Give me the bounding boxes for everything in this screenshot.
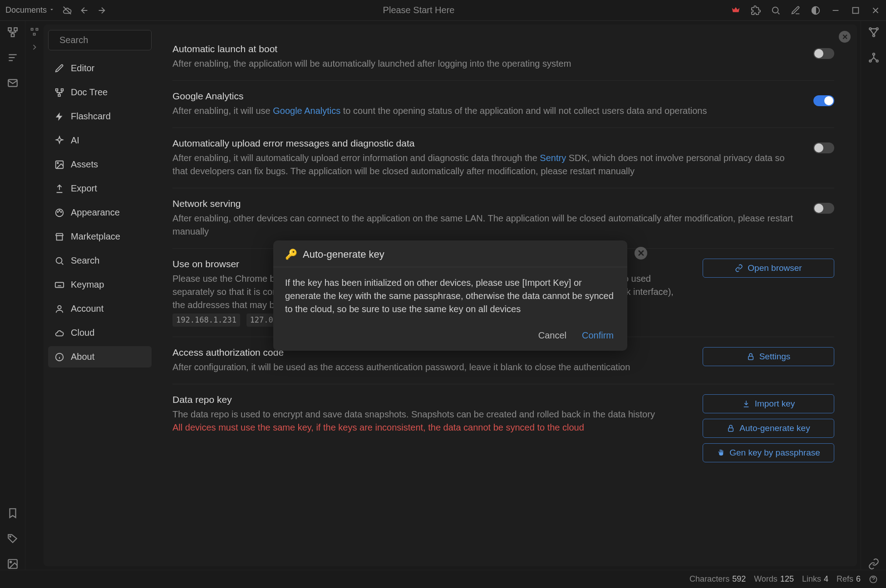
setting-title: Automatically upload error messages and … [172, 138, 795, 149]
close-icon[interactable] [871, 5, 881, 15]
sentry-link[interactable]: Sentry [540, 153, 566, 163]
setting-network-serving: Network serving After enabling, other de… [172, 188, 834, 249]
modal-body: If the key has been initialized on other… [273, 267, 627, 325]
info-icon [54, 352, 64, 362]
gen-key-passphrase-button[interactable]: Gen key by passphrase [703, 443, 834, 462]
sidebar-item-search[interactable]: Search [48, 250, 152, 271]
maximize-icon[interactable] [851, 5, 861, 15]
sidebar-item-label: Doc Tree [71, 87, 108, 98]
ga-toggle[interactable] [813, 95, 834, 106]
google-analytics-link[interactable]: Google Analytics [273, 106, 340, 116]
status-words: Words 125 [754, 574, 794, 584]
sidebar-item-label: AI [71, 135, 79, 146]
cloud-icon [54, 328, 64, 338]
keyboard-icon [54, 280, 64, 290]
crown-icon[interactable] [731, 5, 741, 15]
svg-rect-22 [61, 88, 64, 91]
svg-rect-21 [56, 88, 58, 91]
svg-point-25 [57, 162, 59, 163]
sidebar-item-doctree[interactable]: Doc Tree [48, 82, 152, 103]
svg-rect-18 [36, 29, 38, 30]
svg-point-14 [10, 536, 10, 537]
settings-panel: ✕ Editor Doc Tree Flashcard AI Assets Ex… [44, 24, 857, 566]
open-browser-button[interactable]: Open browser [703, 259, 834, 278]
confirm-button[interactable]: Confirm [582, 330, 614, 341]
extension-icon[interactable] [751, 5, 761, 15]
cloud-off-icon[interactable] [62, 5, 72, 15]
import-key-button[interactable]: Import key [703, 394, 834, 413]
bookmark-icon[interactable] [7, 507, 19, 519]
inbox-icon[interactable] [7, 77, 19, 89]
sidebar-item-assets[interactable]: Assets [48, 154, 152, 175]
titlebar: Documents Please Start Here [0, 0, 886, 21]
auto-generate-key-modal: ✕ 🔑 Auto-generate key If the key has bee… [273, 240, 627, 351]
auto-launch-toggle[interactable] [813, 48, 834, 59]
image-icon [54, 160, 64, 170]
theme-icon[interactable] [811, 5, 821, 15]
svg-rect-31 [55, 282, 64, 287]
graph-icon[interactable] [868, 26, 880, 38]
network-serving-toggle[interactable] [813, 203, 834, 214]
right-rail [861, 21, 886, 570]
doc-menu[interactable]: Documents [5, 5, 55, 15]
minimize-icon[interactable] [831, 5, 841, 15]
sidebar-item-cloud[interactable]: Cloud [48, 322, 152, 343]
status-links: Links 4 [802, 574, 828, 584]
back-icon[interactable] [79, 5, 89, 15]
store-icon [54, 232, 64, 242]
backlink-icon[interactable] [868, 558, 880, 570]
modal-close-button[interactable]: ✕ [635, 247, 647, 260]
upload-errors-toggle[interactable] [813, 142, 834, 153]
sparkle-icon [54, 136, 64, 146]
sidebar-item-flashcard[interactable]: Flashcard [48, 106, 152, 127]
sidebar-item-keymap[interactable]: Keymap [48, 274, 152, 295]
outline-icon[interactable] [7, 52, 19, 64]
statusbar: Characters 592 Words 125 Links 4 Refs 6 [0, 570, 886, 588]
doctree-icon[interactable] [7, 26, 19, 38]
settings-close-button[interactable]: ✕ [839, 31, 851, 43]
setting-desc: After enabling, the application will be … [172, 57, 795, 70]
setting-desc: After configuration, it will be used as … [172, 361, 684, 374]
settings-search[interactable] [48, 30, 152, 50]
sidebar-item-ai[interactable]: AI [48, 130, 152, 151]
settings-sidebar: Editor Doc Tree Flashcard AI Assets Expo… [44, 24, 156, 566]
sidebar-item-label: Editor [71, 63, 94, 74]
window-title: Please Start Here [107, 5, 731, 15]
auto-generate-key-button[interactable]: Auto-generate key [703, 419, 834, 438]
setting-title: Data repo key [172, 394, 684, 405]
svg-rect-23 [58, 94, 60, 96]
network-icon[interactable] [868, 52, 880, 64]
setting-title: Google Analytics [172, 91, 795, 102]
bolt-icon [54, 112, 64, 122]
pencil-icon [54, 64, 64, 74]
sidebar-item-about[interactable]: About [48, 346, 152, 368]
cancel-button[interactable]: Cancel [538, 330, 566, 341]
sidebar-item-export[interactable]: Export [48, 178, 152, 199]
tag-icon[interactable] [7, 533, 19, 544]
sidebar-item-marketplace[interactable]: Marketplace [48, 226, 152, 247]
sidebar-item-account[interactable]: Account [48, 298, 152, 319]
edit-icon[interactable] [791, 5, 801, 15]
lock-icon [727, 424, 735, 432]
palette-icon [54, 208, 64, 218]
sidebar-item-label: Cloud [71, 328, 94, 338]
sidebar-item-label: Appearance [71, 207, 120, 218]
auth-settings-button[interactable]: Settings [703, 347, 834, 366]
help-icon[interactable] [869, 575, 878, 584]
setting-upload-errors: Automatically upload error messages and … [172, 128, 834, 188]
sidebar-item-label: Export [71, 183, 97, 194]
sidebar-item-appearance[interactable]: Appearance [48, 202, 152, 223]
tree-icon[interactable] [30, 27, 39, 36]
sidebar-item-editor[interactable]: Editor [48, 58, 152, 79]
image-icon[interactable] [7, 558, 19, 570]
svg-rect-8 [14, 28, 17, 31]
svg-point-27 [57, 211, 58, 212]
ip-code: 192.168.1.231 [172, 314, 240, 327]
setting-title: Automatic launch at boot [172, 44, 795, 54]
user-icon [54, 304, 64, 314]
forward-icon[interactable] [97, 5, 107, 15]
search-icon[interactable] [771, 5, 781, 15]
svg-rect-17 [31, 29, 33, 30]
chevron-right-icon[interactable] [30, 43, 39, 52]
svg-point-30 [56, 257, 62, 263]
